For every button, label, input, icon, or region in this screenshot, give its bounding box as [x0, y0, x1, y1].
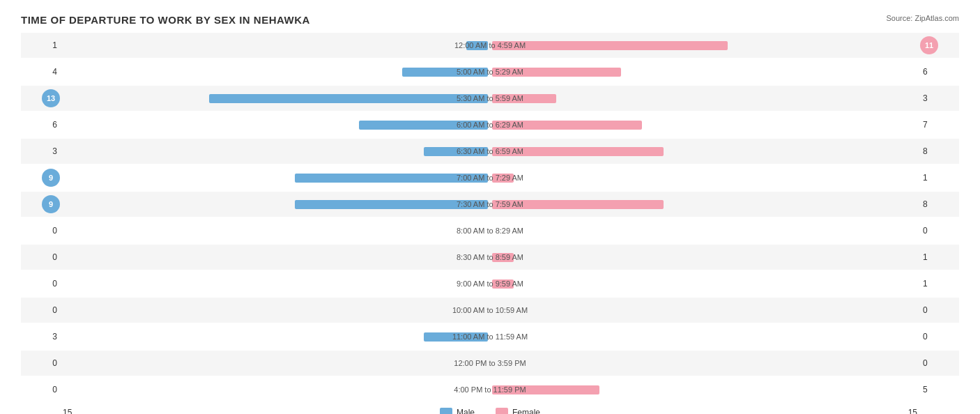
legend: Male Female [105, 408, 875, 414]
male-bar-half [63, 41, 489, 50]
male-bar [402, 68, 488, 77]
male-bar [295, 174, 488, 183]
left-val: 0 [21, 385, 63, 394]
table-row: 1 12:00 AM to 4:59 AM 11 [21, 33, 959, 58]
bars-area: 8:30 AM to 8:59 AM [63, 246, 917, 268]
female-bar-half [491, 253, 917, 262]
table-row: 0 10:00 AM to 10:59 AM 0 [21, 298, 959, 323]
left-badge: 9 [21, 169, 63, 187]
male-bar-half [63, 227, 489, 236]
table-row: 0 8:30 AM to 8:59 AM 1 [21, 245, 959, 270]
female-bar-half [491, 147, 917, 156]
male-bar-half [63, 174, 489, 183]
male-badge-val: 9 [42, 195, 60, 213]
left-val: 0 [21, 305, 63, 315]
bars-area: 6:00 AM to 6:29 AM [63, 114, 917, 136]
female-bar [492, 147, 664, 156]
left-badge: 9 [21, 195, 63, 213]
male-bar-half [63, 200, 489, 209]
left-val: 0 [21, 279, 63, 289]
right-val: 0 [917, 305, 959, 315]
table-row: 9 7:30 AM to 7:59 AM 8 [21, 192, 959, 217]
bars-area: 5:30 AM to 5:59 AM [63, 87, 917, 109]
female-bar [492, 385, 599, 394]
female-bar [492, 200, 664, 209]
right-val: 1 [917, 173, 959, 183]
male-bar [295, 200, 488, 209]
male-bar-half [63, 359, 489, 368]
male-bar-half [63, 253, 489, 262]
bars-area: 12:00 AM to 4:59 AM [63, 34, 917, 56]
source-text: Source: ZipAtlas.com [886, 14, 959, 22]
female-bar-half [491, 174, 917, 183]
left-badge: 13 [21, 89, 63, 107]
right-val: 8 [917, 146, 959, 156]
bars-area: 7:30 AM to 7:59 AM [63, 193, 917, 215]
left-val: 4 [21, 67, 63, 77]
female-bar-half [491, 94, 917, 103]
bars-area: 6:30 AM to 6:59 AM [63, 140, 917, 162]
right-val: 6 [917, 67, 959, 77]
bars-area: 4:00 PM to 11:59 PM [63, 378, 917, 401]
female-bar [492, 68, 621, 77]
right-badge: 11 [917, 36, 959, 54]
female-bar-half [491, 200, 917, 209]
right-val: 5 [917, 385, 959, 394]
legend-male-box [440, 408, 452, 414]
female-bar-half [491, 68, 917, 77]
bars-area: 8:00 AM to 8:29 AM [63, 220, 917, 242]
male-bar [424, 332, 488, 342]
table-row: 0 12:00 PM to 3:59 PM 0 [21, 351, 959, 376]
legend-female-box [496, 408, 508, 414]
male-badge-val: 13 [42, 89, 60, 107]
right-val: 8 [917, 199, 959, 209]
table-row: 6 6:00 AM to 6:29 AM 7 [21, 112, 959, 137]
right-val: 0 [917, 226, 959, 236]
female-bar-half [491, 227, 917, 236]
male-bar-half [63, 147, 489, 156]
left-val: 1 [21, 40, 63, 50]
female-bar [492, 253, 514, 262]
legend-male-label: Male [457, 408, 475, 414]
left-val: 6 [21, 120, 63, 130]
left-val: 3 [21, 146, 63, 156]
left-val: 3 [21, 332, 63, 342]
left-val: 0 [21, 226, 63, 236]
table-row: 4 5:00 AM to 5:29 AM 6 [21, 59, 959, 84]
male-bar [424, 147, 488, 156]
legend-male: Male [440, 408, 475, 414]
chart-area: 1 12:00 AM to 4:59 AM 11 4 5:00 AM to 5:… [21, 33, 959, 402]
bars-area: 5:00 AM to 5:29 AM [63, 61, 917, 83]
legend-female: Female [496, 408, 540, 414]
female-bar-half [491, 306, 917, 315]
left-val: 0 [21, 358, 63, 368]
male-bar [359, 121, 488, 130]
male-bar [466, 41, 488, 50]
table-row: 13 5:30 AM to 5:59 AM 3 [21, 86, 959, 111]
male-bar-half [63, 279, 489, 289]
male-bar-half [63, 68, 489, 77]
bars-area: 7:00 AM to 7:29 AM [63, 167, 917, 189]
bottom-row: 15 Male Female 15 [21, 408, 959, 414]
right-val: 0 [917, 358, 959, 368]
female-bar-half [491, 385, 917, 394]
right-val: 7 [917, 120, 959, 130]
left-val: 0 [21, 252, 63, 262]
right-val: 1 [917, 279, 959, 289]
table-row: 3 6:30 AM to 6:59 AM 8 [21, 139, 959, 164]
table-row: 3 11:00 AM to 11:59 AM 0 [21, 324, 959, 349]
bars-area: 12:00 PM to 3:59 PM [63, 352, 917, 374]
male-bar [209, 94, 488, 103]
male-bar-half [63, 332, 489, 342]
female-bar-half [491, 359, 917, 368]
bars-area: 10:00 AM to 10:59 AM [63, 299, 917, 321]
table-row: 0 8:00 AM to 8:29 AM 0 [21, 218, 959, 243]
male-bar-half [63, 94, 489, 103]
bottom-right-val: 15 [875, 408, 917, 414]
table-row: 0 9:00 AM to 9:59 AM 1 [21, 271, 959, 296]
bars-area: 11:00 AM to 11:59 AM [63, 325, 917, 348]
bars-area: 9:00 AM to 9:59 AM [63, 273, 917, 295]
bottom-left-val: 15 [63, 408, 105, 414]
female-bar [492, 174, 514, 183]
female-bar-half [491, 332, 917, 342]
